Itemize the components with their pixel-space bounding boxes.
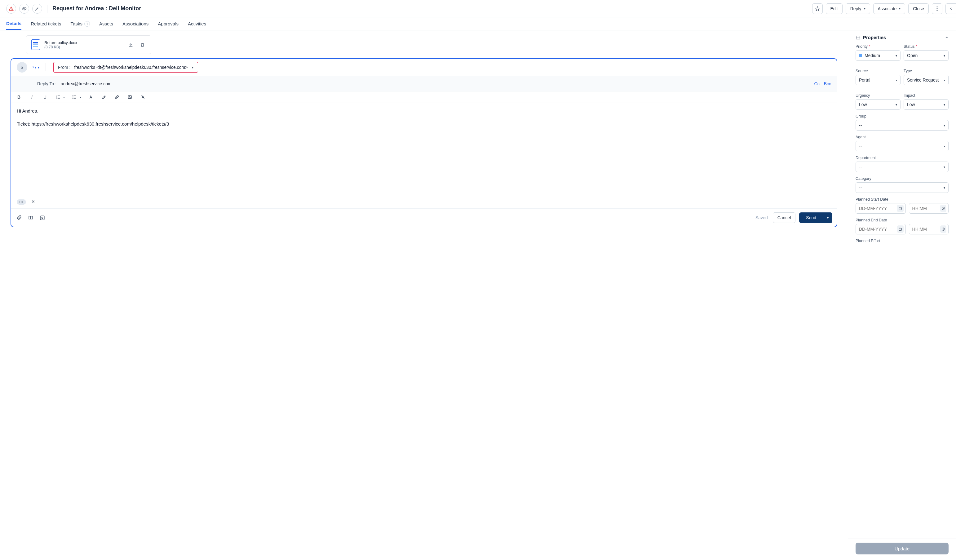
source-select[interactable]: Portal▾ (855, 75, 901, 85)
planned-start-label: Planned Start Date (855, 197, 948, 201)
tab-details[interactable]: Details (6, 18, 21, 30)
reply-to-label: Reply To : (37, 81, 57, 86)
collapse-properties[interactable] (945, 36, 948, 39)
svg-rect-25 (40, 216, 44, 220)
associate-button[interactable]: Associate▾ (873, 3, 906, 14)
bcc-toggle[interactable]: Bcc (824, 81, 831, 86)
planned-start-date-input[interactable] (855, 203, 906, 214)
attach-button[interactable] (16, 214, 23, 222)
reply-mode-dropdown[interactable]: ▾ (31, 65, 39, 69)
group-label: Group (855, 114, 948, 118)
clock-icon[interactable] (940, 204, 947, 212)
reply-button-top[interactable]: Reply▾ (846, 3, 870, 14)
agent-select[interactable]: --▾ (855, 141, 948, 151)
group-select[interactable]: --▾ (855, 120, 948, 131)
tab-assets[interactable]: Assets (99, 18, 113, 30)
tab-associations[interactable]: Associations (123, 18, 148, 30)
svg-rect-29 (899, 208, 902, 210)
properties-icon (855, 35, 860, 40)
star-button[interactable] (812, 3, 823, 14)
planned-effort-label: Planned Effort (855, 239, 948, 243)
collapse-panel-button[interactable] (945, 3, 956, 14)
svg-point-26 (41, 217, 43, 218)
type-select[interactable]: Service Request▾ (904, 75, 948, 85)
send-dropdown[interactable]: ▾ (823, 216, 832, 220)
calendar-icon[interactable] (897, 204, 904, 212)
ordered-list-button[interactable]: 123 (55, 95, 61, 99)
tab-related-tickets[interactable]: Related tickets (31, 18, 61, 30)
priority-label: Priority * (855, 44, 901, 49)
impact-label: Impact (904, 93, 948, 98)
urgency-label: Urgency (855, 93, 901, 98)
planned-end-label: Planned End Date (855, 218, 948, 222)
clock-icon[interactable] (940, 225, 947, 233)
image-button[interactable] (126, 95, 133, 99)
svg-marker-3 (815, 6, 819, 11)
file-icon (31, 39, 40, 50)
highlight-button[interactable] (101, 95, 107, 99)
attachment-name: Return policy.docx (44, 40, 123, 45)
cc-toggle[interactable]: Cc (814, 81, 819, 86)
tasks-count-badge: 1 (84, 21, 90, 27)
type-label: Type (904, 69, 948, 73)
tab-tasks[interactable]: Tasks1 (71, 18, 90, 30)
calendar-icon[interactable] (897, 225, 904, 233)
chevron-down-icon: ▾ (192, 66, 193, 69)
reply-composer: S ▾ From : freshworks <it@freshworkshelp… (11, 58, 837, 227)
avatar: S (17, 62, 27, 72)
show-trimmed-content[interactable]: ••• (17, 200, 26, 204)
category-select[interactable]: --▾ (855, 182, 948, 193)
agent-label: Agent (855, 135, 948, 139)
priority-select[interactable]: Medium▾ (855, 50, 901, 61)
source-label: Source (855, 69, 901, 73)
chevron-down-icon: ▾ (899, 7, 901, 10)
underline-button[interactable]: U (41, 94, 48, 99)
svg-point-13 (72, 96, 73, 96)
svg-point-21 (129, 96, 130, 97)
clear-format-button[interactable] (140, 94, 146, 99)
priority-color-icon (859, 54, 862, 57)
planned-start-time-input[interactable] (909, 203, 948, 214)
svg-rect-27 (856, 36, 860, 39)
italic-button[interactable]: I (28, 94, 35, 99)
from-dropdown[interactable]: From : freshworks <it@freshworkshelpdesk… (53, 62, 198, 72)
planned-end-time-input[interactable] (909, 224, 948, 234)
more-actions-button[interactable] (932, 3, 942, 14)
send-button[interactable]: Send ▾ (799, 212, 832, 223)
tab-approvals[interactable]: Approvals (158, 18, 179, 30)
close-button[interactable]: Close (908, 3, 929, 14)
properties-heading: Properties (863, 35, 886, 40)
canned-response-button[interactable] (27, 214, 35, 222)
chevron-down-icon: ▾ (864, 7, 865, 10)
pencil-icon[interactable] (32, 4, 42, 14)
bold-button[interactable]: B (16, 94, 22, 99)
chevron-down-icon[interactable]: ▾ (63, 96, 65, 99)
svg-point-2 (24, 8, 25, 9)
placeholder-button[interactable] (38, 214, 46, 222)
planned-end-date-input[interactable] (855, 224, 906, 234)
reply-to-value: andrea@freshservice.com (61, 81, 112, 86)
impact-select[interactable]: Low▾ (904, 99, 948, 110)
svg-point-4 (937, 6, 937, 7)
update-button[interactable]: Update (855, 543, 948, 554)
download-icon[interactable] (127, 41, 135, 48)
alert-icon[interactable] (6, 4, 16, 14)
delete-icon[interactable] (139, 41, 146, 48)
editor-body[interactable]: Hi Andrea, Ticket: https://freshworkshel… (11, 103, 836, 199)
eye-icon[interactable] (19, 4, 29, 14)
status-select[interactable]: Open▾ (904, 50, 948, 61)
tab-activities[interactable]: Activities (188, 18, 206, 30)
chevron-down-icon[interactable]: ▾ (80, 96, 81, 99)
unordered-list-button[interactable] (71, 95, 78, 99)
link-button[interactable] (113, 95, 120, 99)
department-select[interactable]: --▾ (855, 162, 948, 172)
svg-rect-20 (128, 96, 132, 98)
edit-button[interactable]: Edit (826, 3, 843, 14)
svg-point-5 (937, 8, 937, 9)
remove-trimmed[interactable]: ✕ (31, 199, 35, 204)
urgency-select[interactable]: Low▾ (855, 99, 901, 110)
cancel-button[interactable]: Cancel (773, 212, 796, 223)
category-label: Category (855, 176, 948, 181)
text-color-button[interactable] (87, 94, 94, 99)
department-label: Department (855, 156, 948, 160)
